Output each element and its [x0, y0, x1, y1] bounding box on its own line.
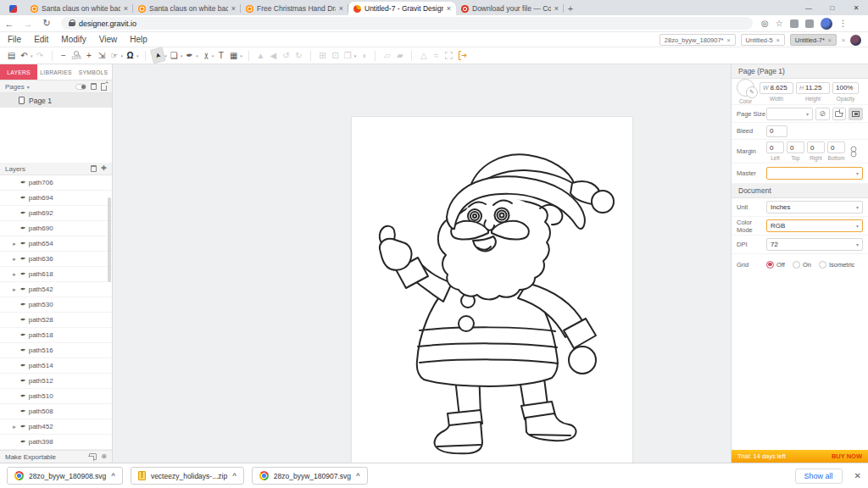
layer-row[interactable]: ✒path508 [0, 404, 112, 419]
extension-icon[interactable] [790, 19, 798, 28]
menu-file[interactable]: File [8, 35, 21, 44]
zoom-in-icon[interactable]: + [83, 49, 96, 63]
tab-close-icon[interactable]: × [231, 4, 236, 13]
download-menu-caret[interactable]: ^ [111, 472, 115, 480]
dropdown-caret-icon[interactable]: ▾ [354, 53, 357, 58]
menu-edit[interactable]: Edit [34, 35, 48, 44]
fit-screen-icon[interactable]: ⇲ [96, 49, 108, 63]
reload-icon[interactable]: ↻ [37, 18, 56, 29]
panel-tab-symbols[interactable]: SYMBOLS [75, 64, 112, 80]
gravit-avatar[interactable] [850, 35, 861, 46]
marquee-icon[interactable] [442, 49, 455, 63]
unit-select[interactable]: Inches▾ [766, 201, 863, 214]
layer-row[interactable]: ✒path516 [0, 343, 112, 358]
text-tool-icon[interactable]: T [214, 49, 227, 63]
browser-tab[interactable]: Santa claus on white background× [25, 2, 133, 15]
layer-row[interactable]: ✒path530 [0, 297, 112, 313]
undo-icon[interactable]: ↶ [18, 49, 31, 63]
download-menu-caret[interactable]: ^ [232, 472, 236, 480]
layer-row[interactable]: ✒path692 [0, 206, 112, 221]
layer-row[interactable]: ✒path528 [0, 313, 112, 328]
delete-page-icon[interactable] [91, 83, 97, 90]
pages-toggle[interactable] [75, 84, 86, 90]
download-menu-caret[interactable]: ^ [356, 472, 360, 480]
dropdown-caret-icon[interactable]: ▾ [136, 53, 139, 58]
panel-tab-libraries[interactable]: LIBRARIES [37, 64, 75, 80]
add-page-icon[interactable] [101, 83, 107, 91]
pointer-tool-icon[interactable]: ➤ [149, 47, 165, 64]
page-opacity-input[interactable]: 100% [832, 82, 859, 94]
pinned-tab[interactable] [0, 2, 25, 15]
zoom-level-indicator[interactable]: 100% [70, 49, 83, 63]
tab-close-icon[interactable]: × [447, 4, 451, 13]
dropdown-caret-icon[interactable]: ▾ [121, 53, 124, 58]
tab-close-icon[interactable]: × [124, 4, 128, 13]
margin-top-input[interactable]: 0 [787, 141, 804, 153]
layer-row[interactable]: ✒path694 [0, 191, 112, 206]
margin-bottom-input[interactable]: 0 [827, 141, 845, 153]
hand-tool-icon[interactable]: ☞ [108, 49, 121, 63]
layer-row[interactable]: ▸✒path452 [0, 419, 112, 435]
page-width-input[interactable]: W 8.625 [760, 82, 793, 94]
dpi-select[interactable]: 72▾ [766, 238, 863, 251]
radio-icon[interactable] [819, 261, 826, 269]
browser-tab[interactable]: Santa claus on white background× [133, 2, 241, 15]
export-slice-icon[interactable] [89, 453, 97, 460]
tab-close-icon[interactable]: × [554, 4, 559, 13]
doc-tab[interactable]: 28zo_byyw_180907*× [659, 34, 736, 46]
layer-row[interactable]: ✒path518 [0, 328, 112, 343]
margin-left-input[interactable]: 0 [766, 141, 784, 153]
back-icon[interactable]: ← [0, 19, 19, 29]
maximize-button[interactable]: □ [821, 0, 844, 15]
knife-tool-icon[interactable]: ✂ [198, 49, 212, 62]
panel-tab-layers[interactable]: LAYERS [0, 64, 37, 80]
delete-layer-icon[interactable] [91, 165, 97, 172]
menu-modify[interactable]: Modify [61, 35, 86, 44]
doc-tab[interactable]: Untitled-7*× [790, 34, 837, 46]
send-tab-icon[interactable]: ◎ [761, 19, 769, 28]
bookmark-star-icon[interactable]: ☆ [776, 19, 783, 28]
browser-tab[interactable]: Free Christmas Hand Drawn Patt× [241, 2, 348, 15]
no-orientation-button[interactable]: ⊘ [815, 108, 830, 120]
artboard-page[interactable] [352, 117, 632, 463]
grid-option-off[interactable]: Off [766, 261, 785, 269]
extension-icon-2[interactable] [805, 19, 814, 28]
close-all-docs-icon[interactable]: × [842, 37, 845, 43]
add-export-icon[interactable]: ⊕ [101, 453, 107, 460]
layer-row[interactable]: ▸✒path636 [0, 252, 112, 267]
layer-row[interactable]: ▸✒path542 [0, 282, 112, 297]
forward-icon[interactable]: → [19, 19, 37, 29]
expand-arrow-icon[interactable]: ▸ [11, 241, 18, 247]
layer-row[interactable]: ▸✒path618 [0, 267, 112, 282]
browser-tab[interactable]: Download your file — Convertio× [456, 2, 564, 15]
layers-scrollbar[interactable] [108, 197, 111, 282]
layer-row[interactable]: ✒path706 [0, 175, 112, 191]
color-mode-select[interactable]: RGB▾ [766, 219, 863, 232]
expand-arrow-icon[interactable]: ▸ [11, 271, 18, 278]
layer-row[interactable]: ✒path512 [0, 374, 112, 389]
tab-close-icon[interactable]: × [339, 4, 343, 13]
expand-arrow-icon[interactable]: ▸ [11, 256, 18, 263]
dropdown-caret-icon[interactable]: ▾ [196, 53, 198, 58]
dropdown-caret-icon[interactable]: ▾ [240, 53, 242, 58]
pages-dropdown-icon[interactable]: ▾ [27, 84, 30, 90]
margin-right-input[interactable]: 0 [807, 141, 825, 153]
download-item[interactable]: 28zo_byyw_180908.svg^ [7, 467, 123, 485]
snap-tool-icon[interactable]: Ω [124, 49, 136, 63]
grid-option-on[interactable]: On [793, 261, 811, 269]
image-tool-icon[interactable]: ▦ [227, 49, 240, 63]
expand-arrow-icon[interactable]: ▸ [11, 424, 18, 430]
layer-row[interactable]: ▸✒path654 [0, 236, 112, 252]
zoom-out-icon[interactable]: − [58, 49, 70, 63]
link-margins-icon[interactable] [850, 145, 857, 158]
layer-row[interactable]: ✒path690 [0, 221, 112, 236]
pen-tool-icon[interactable]: ✒ [183, 49, 196, 63]
download-item[interactable]: vecteezy_holidays-...zip^ [131, 467, 244, 485]
export-icon[interactable] [455, 49, 468, 63]
layer-row[interactable]: ✒path510 [0, 389, 112, 404]
doc-tab[interactable]: Untitled-5× [741, 34, 785, 46]
download-item[interactable]: 28zo_byyw_180907.svg^ [252, 467, 368, 485]
address-bar[interactable]: designer.gravit.io [61, 17, 753, 30]
page-color-swatch[interactable] [737, 79, 754, 97]
page-size-select[interactable]: ▾ [766, 108, 813, 120]
